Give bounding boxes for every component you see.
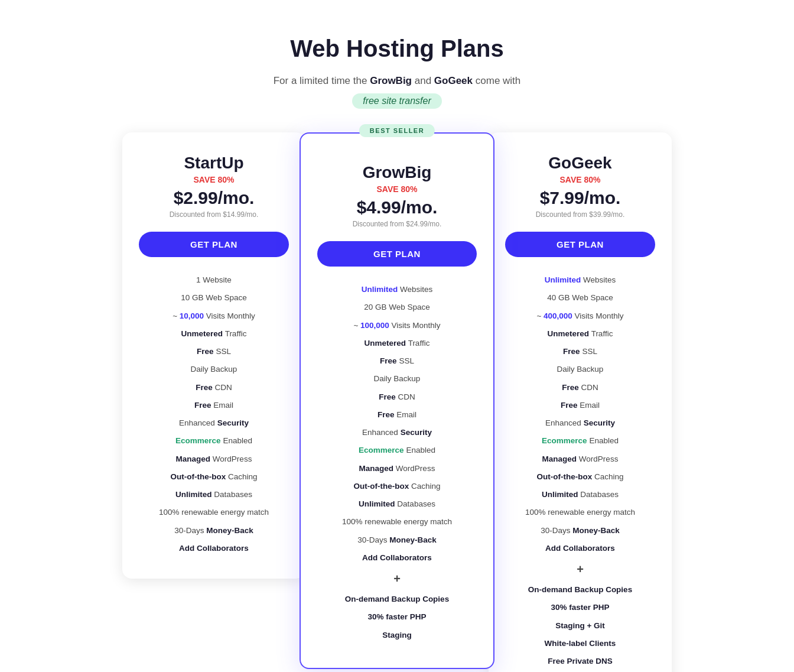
- list-item: 30% faster PHP: [505, 599, 655, 616]
- growbig-save-badge: SAVE 80%: [317, 184, 477, 194]
- list-item: 100% renewable energy match: [317, 513, 477, 531]
- page-title: Web Hosting Plans: [290, 35, 504, 62]
- list-item: 100% renewable energy match: [505, 504, 655, 521]
- list-item: Free Email: [317, 406, 477, 424]
- startup-price-note: Discounted from $14.99/mo.: [139, 210, 289, 219]
- list-item: Unmetered Traffic: [139, 325, 289, 343]
- list-item: Enhanced Security: [505, 414, 655, 432]
- startup-get-plan-button[interactable]: GET PLAN: [139, 232, 289, 257]
- list-item: On-demand Backup Copies: [317, 590, 477, 608]
- list-item: Free SSL: [505, 343, 655, 361]
- list-item: Out-of-the-box Caching: [139, 468, 289, 486]
- list-item: Enhanced Security: [317, 424, 477, 441]
- growbig-price: $4.99/mo.: [317, 197, 477, 217]
- list-item: Unmetered Traffic: [317, 335, 477, 352]
- best-seller-badge: BEST SELLER: [359, 124, 435, 137]
- list-item: 40 GB Web Space: [505, 289, 655, 307]
- list-item: Ecommerce Enabled: [317, 441, 477, 459]
- gogeek-plan-name: GoGeek: [505, 154, 655, 173]
- list-item: 100% renewable energy match: [139, 504, 289, 521]
- growbig-plan-name: GrowBig: [317, 163, 477, 182]
- subtitle: For a limited time the GrowBig and GoGee…: [274, 73, 521, 89]
- list-item: Unlimited Websites: [505, 271, 655, 289]
- startup-save-badge: SAVE 80%: [139, 175, 289, 184]
- list-item: ~ 100,000 Visits Monthly: [317, 317, 477, 335]
- list-item: Free CDN: [139, 379, 289, 397]
- list-item: Free SSL: [139, 343, 289, 361]
- startup-price: $2.99/mo.: [139, 188, 289, 208]
- list-item: On-demand Backup Copies: [505, 581, 655, 599]
- list-item: Managed WordPress: [317, 460, 477, 478]
- list-item: Free SSL: [317, 352, 477, 370]
- plans-container: StartUp SAVE 80% $2.99/mo. Discounted fr…: [87, 132, 707, 672]
- growbig-price-note: Discounted from $24.99/mo.: [317, 220, 477, 228]
- list-item: Add Collaborators: [505, 540, 655, 557]
- list-item: Managed WordPress: [139, 450, 289, 468]
- list-item: 30-Days Money-Back: [317, 531, 477, 549]
- list-item: Unlimited Databases: [505, 486, 655, 504]
- list-item: Unlimited Databases: [317, 495, 477, 513]
- list-item: 1 Website: [139, 271, 289, 289]
- startup-plan-name: StartUp: [139, 154, 289, 173]
- list-item: Daily Backup: [139, 361, 289, 378]
- list-item: Unlimited Databases: [139, 486, 289, 504]
- plus-divider: +: [317, 567, 477, 590]
- list-item: Staging + Git: [505, 617, 655, 635]
- list-item: Staging: [317, 626, 477, 644]
- gogeek-get-plan-button[interactable]: GET PLAN: [505, 232, 655, 257]
- list-item: ~ 10,000 Visits Monthly: [139, 307, 289, 325]
- plan-card-startup: StartUp SAVE 80% $2.99/mo. Discounted fr…: [122, 132, 305, 579]
- list-item: 30-Days Money-Back: [505, 522, 655, 540]
- list-item: Ecommerce Enabled: [139, 432, 289, 450]
- startup-features-list: 1 Website 10 GB Web Space ~ 10,000 Visit…: [139, 271, 289, 557]
- gogeek-features-list: Unlimited Websites 40 GB Web Space ~ 400…: [505, 271, 655, 672]
- list-item: Unmetered Traffic: [505, 325, 655, 343]
- list-item: Out-of-the-box Caching: [505, 468, 655, 486]
- list-item: Free Email: [505, 397, 655, 414]
- list-item: Daily Backup: [505, 361, 655, 378]
- plus-divider: +: [505, 557, 655, 581]
- list-item: ~ 400,000 Visits Monthly: [505, 307, 655, 325]
- plan-card-gogeek: GoGeek SAVE 80% $7.99/mo. Discounted fro…: [489, 132, 672, 672]
- list-item: Managed WordPress: [505, 450, 655, 468]
- free-transfer-badge: free site transfer: [352, 93, 442, 109]
- list-item: Ecommerce Enabled: [505, 432, 655, 450]
- gogeek-price: $7.99/mo.: [505, 188, 655, 208]
- list-item: 30-Days Money-Back: [139, 522, 289, 540]
- list-item: 20 GB Web Space: [317, 298, 477, 316]
- list-item: Out-of-the-box Caching: [317, 478, 477, 495]
- list-item: Free Email: [139, 397, 289, 414]
- list-item: Free CDN: [505, 379, 655, 397]
- plan-card-growbig: BEST SELLER GrowBig SAVE 80% $4.99/mo. D…: [300, 132, 494, 669]
- list-item: Unlimited Websites: [317, 281, 477, 298]
- growbig-get-plan-button[interactable]: GET PLAN: [317, 241, 477, 267]
- list-item: White-label Clients: [505, 635, 655, 652]
- list-item: 10 GB Web Space: [139, 289, 289, 307]
- list-item: Add Collaborators: [317, 549, 477, 567]
- list-item: 30% faster PHP: [317, 608, 477, 626]
- list-item: Add Collaborators: [139, 540, 289, 557]
- list-item: Enhanced Security: [139, 414, 289, 432]
- list-item: Daily Backup: [317, 370, 477, 388]
- gogeek-save-badge: SAVE 80%: [505, 175, 655, 184]
- list-item: Free Private DNS: [505, 652, 655, 670]
- gogeek-price-note: Discounted from $39.99/mo.: [505, 210, 655, 219]
- growbig-features-list: Unlimited Websites 20 GB Web Space ~ 100…: [317, 281, 477, 644]
- list-item: Free CDN: [317, 388, 477, 406]
